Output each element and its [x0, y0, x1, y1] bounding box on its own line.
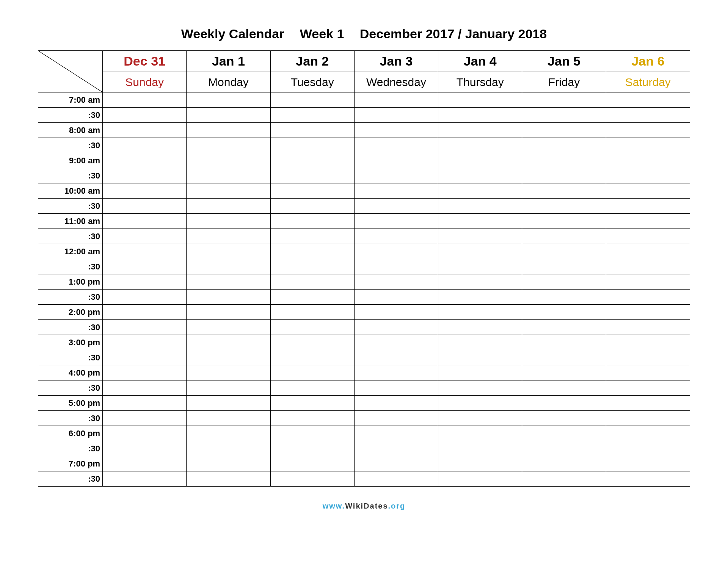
time-label: :30	[38, 411, 103, 426]
time-slot	[606, 199, 690, 214]
time-label: :30	[38, 290, 103, 305]
time-slot	[438, 183, 522, 199]
time-slot	[606, 214, 690, 229]
time-slot	[354, 229, 438, 244]
time-slot	[103, 471, 187, 487]
time-slot	[522, 168, 606, 183]
time-slot	[606, 441, 690, 456]
day-header-3: Wednesday	[354, 72, 438, 92]
time-slot	[187, 259, 270, 274]
time-slot	[103, 199, 187, 214]
time-slot	[522, 320, 606, 335]
page-title: Weekly Calendar Week 1 December 2017 / J…	[38, 27, 690, 41]
time-slot	[522, 471, 606, 487]
time-slot	[606, 259, 690, 274]
title-week: Week 1	[300, 27, 344, 41]
time-label: :30	[38, 229, 103, 244]
time-slot	[438, 471, 522, 487]
time-slot	[187, 168, 270, 183]
time-slot	[187, 290, 270, 305]
time-slot	[606, 471, 690, 487]
time-slot	[270, 183, 354, 199]
time-slot	[103, 183, 187, 199]
date-header-5: Jan 5	[522, 51, 606, 72]
footer-prefix: www.	[323, 502, 345, 510]
day-header-4: Thursday	[438, 72, 522, 92]
day-header-6: Saturday	[606, 72, 690, 92]
time-slot	[187, 92, 270, 108]
time-slot	[522, 199, 606, 214]
time-slot	[187, 183, 270, 199]
time-slot	[270, 471, 354, 487]
time-slot	[103, 335, 187, 350]
time-slot	[354, 411, 438, 426]
time-slot	[187, 320, 270, 335]
time-slot	[438, 274, 522, 290]
time-slot	[103, 274, 187, 290]
time-slot	[187, 426, 270, 441]
time-slot	[270, 259, 354, 274]
time-slot	[354, 456, 438, 471]
time-slot	[606, 350, 690, 365]
title-period: December 2017 / January 2018	[360, 27, 547, 41]
time-slot	[187, 199, 270, 214]
time-slot	[606, 456, 690, 471]
time-slot	[606, 380, 690, 396]
time-slot	[354, 426, 438, 441]
time-slot	[354, 214, 438, 229]
time-slot	[522, 396, 606, 411]
time-label: :30	[38, 259, 103, 274]
title-calendar: Weekly Calendar	[181, 27, 284, 41]
time-slot	[103, 153, 187, 168]
time-slot	[270, 441, 354, 456]
time-slot	[270, 305, 354, 320]
time-slot	[438, 168, 522, 183]
time-label: 10:00 am	[38, 183, 103, 199]
time-slot	[522, 380, 606, 396]
time-slot	[522, 335, 606, 350]
time-slot	[354, 320, 438, 335]
time-slot	[354, 138, 438, 153]
date-header-2: Jan 2	[270, 51, 354, 72]
time-slot	[522, 183, 606, 199]
date-header-3: Jan 3	[354, 51, 438, 72]
time-slot	[522, 108, 606, 123]
time-slot	[522, 92, 606, 108]
time-slot	[522, 290, 606, 305]
time-slot	[270, 380, 354, 396]
time-slot	[354, 350, 438, 365]
time-slot	[354, 108, 438, 123]
time-slot	[522, 426, 606, 441]
time-slot	[103, 244, 187, 259]
time-slot	[270, 244, 354, 259]
time-slot	[438, 108, 522, 123]
time-slot	[187, 274, 270, 290]
time-slot	[103, 108, 187, 123]
time-slot	[270, 290, 354, 305]
time-slot	[438, 92, 522, 108]
time-slot	[103, 411, 187, 426]
time-label: :30	[38, 168, 103, 183]
time-slot	[606, 426, 690, 441]
time-slot	[438, 441, 522, 456]
time-slot	[438, 426, 522, 441]
time-slot	[103, 123, 187, 138]
time-label: :30	[38, 441, 103, 456]
time-slot	[606, 123, 690, 138]
time-slot	[606, 108, 690, 123]
time-slot	[522, 411, 606, 426]
time-label: 4:00 pm	[38, 365, 103, 380]
date-header-4: Jan 4	[438, 51, 522, 72]
time-slot	[187, 365, 270, 380]
time-slot	[438, 350, 522, 365]
time-slot	[270, 168, 354, 183]
time-slot	[354, 92, 438, 108]
time-slot	[187, 123, 270, 138]
time-slot	[270, 108, 354, 123]
time-slot	[438, 229, 522, 244]
time-slot	[522, 153, 606, 168]
time-slot	[354, 380, 438, 396]
time-slot	[270, 92, 354, 108]
time-slot	[354, 153, 438, 168]
time-slot	[606, 320, 690, 335]
